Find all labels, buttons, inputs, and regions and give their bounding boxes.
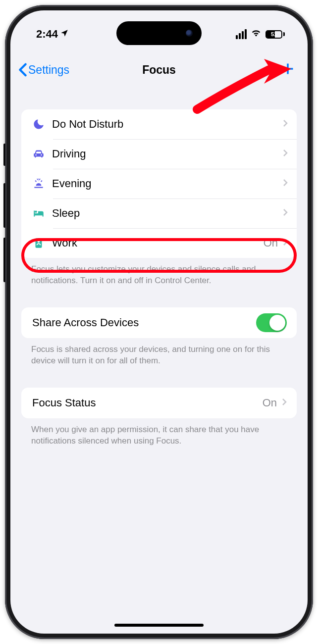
badge-icon bbox=[32, 237, 52, 249]
share-row[interactable]: Share Across Devices bbox=[21, 307, 297, 338]
chevron-right-icon bbox=[283, 179, 288, 189]
back-button[interactable]: Settings bbox=[18, 63, 69, 77]
sunset-icon bbox=[32, 177, 52, 190]
svg-rect-2 bbox=[36, 238, 42, 248]
add-button[interactable] bbox=[281, 62, 295, 78]
row-label: Evening bbox=[52, 177, 278, 190]
focus-status-group: Focus Status On bbox=[21, 388, 297, 418]
cellular-icon bbox=[236, 29, 247, 39]
focus-row-driving[interactable]: Driving bbox=[21, 139, 297, 169]
phone-frame: 2:44 51 Settings Focus bbox=[5, 5, 313, 639]
dynamic-island bbox=[116, 21, 202, 45]
page-title: Focus bbox=[142, 63, 176, 77]
car-icon bbox=[32, 148, 52, 160]
share-footer: Focus is shared across your devices, and… bbox=[21, 338, 297, 367]
battery-icon: 51 bbox=[265, 30, 285, 39]
wifi-icon bbox=[251, 27, 262, 41]
focus-row-evening[interactable]: Evening bbox=[21, 169, 297, 198]
chevron-right-icon bbox=[282, 398, 287, 408]
content: Do Not Disturb Driving Evening bbox=[10, 109, 308, 447]
row-label: Focus Status bbox=[32, 396, 263, 409]
home-indicator[interactable] bbox=[114, 624, 204, 627]
focus-group-footer: Focus lets you customize your devices an… bbox=[21, 258, 297, 287]
chevron-right-icon bbox=[283, 149, 288, 159]
chevron-right-icon bbox=[283, 238, 288, 248]
nav-bar: Settings Focus bbox=[10, 55, 308, 85]
chevron-right-icon bbox=[283, 208, 288, 218]
focus-status-footer: When you give an app permission, it can … bbox=[21, 418, 297, 447]
row-value: On bbox=[264, 237, 278, 249]
chevron-right-icon bbox=[283, 119, 288, 129]
focus-row-sleep[interactable]: Sleep bbox=[21, 198, 297, 228]
back-label: Settings bbox=[28, 63, 69, 77]
share-toggle[interactable] bbox=[256, 313, 287, 332]
share-group: Share Across Devices bbox=[21, 307, 297, 338]
screen: 2:44 51 Settings Focus bbox=[10, 10, 308, 634]
focus-status-row[interactable]: Focus Status On bbox=[21, 388, 297, 418]
bed-icon bbox=[32, 207, 52, 220]
row-label: Do Not Disturb bbox=[52, 118, 278, 131]
row-label: Work bbox=[52, 237, 264, 249]
focus-modes-group: Do Not Disturb Driving Evening bbox=[21, 109, 297, 258]
location-icon bbox=[60, 28, 69, 41]
row-label: Driving bbox=[52, 148, 278, 160]
focus-row-dnd[interactable]: Do Not Disturb bbox=[21, 109, 297, 139]
moon-icon bbox=[32, 118, 52, 131]
status-time: 2:44 bbox=[36, 28, 58, 41]
row-label: Sleep bbox=[52, 207, 278, 220]
row-label: Share Across Devices bbox=[32, 316, 256, 329]
focus-row-work[interactable]: Work On bbox=[21, 228, 297, 258]
row-value: On bbox=[263, 396, 277, 409]
svg-point-3 bbox=[38, 240, 40, 243]
